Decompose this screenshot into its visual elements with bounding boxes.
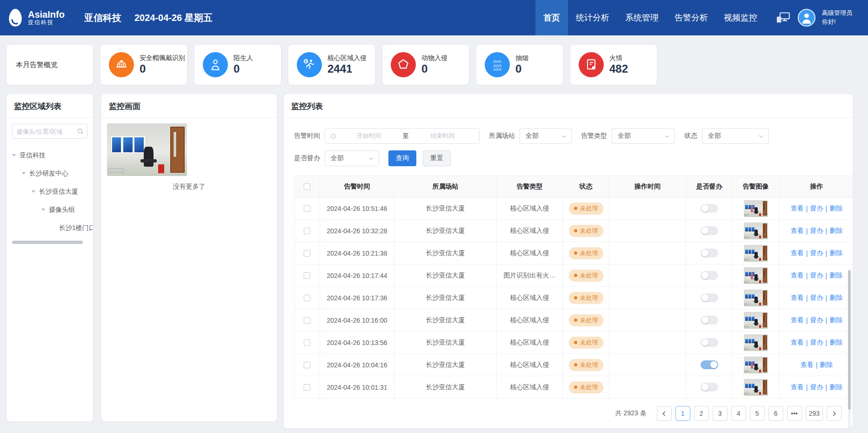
tree-node[interactable]: 长沙亚信大厦 [7, 183, 93, 201]
action-link-查看[interactable]: 查看 [791, 383, 804, 392]
status-badge: 未处理 [569, 314, 603, 326]
alarm-thumbnail-image[interactable] [744, 267, 768, 284]
supervise-toggle[interactable] [701, 293, 718, 302]
row-checkbox[interactable] [304, 272, 310, 279]
supervise-toggle[interactable] [701, 226, 718, 235]
caret-down-icon[interactable] [41, 209, 45, 211]
next-page-button[interactable] [827, 406, 841, 421]
page-button-5[interactable]: 5 [750, 406, 765, 421]
action-link-删除[interactable]: 删除 [829, 204, 842, 213]
alarm-thumbnail-image[interactable] [744, 334, 768, 351]
multi-screen-icon[interactable] [775, 11, 791, 24]
station-select[interactable]: 全部 [520, 128, 572, 144]
horizontal-scrollbar[interactable] [12, 241, 83, 244]
action-link-查看[interactable]: 查看 [791, 227, 804, 235]
action-link-查看[interactable]: 查看 [791, 249, 804, 257]
select-all-checkbox[interactable] [304, 183, 310, 190]
action-link-督办[interactable]: 督办 [810, 383, 823, 392]
supervise-toggle[interactable] [701, 249, 718, 257]
search-icon[interactable] [77, 128, 84, 135]
action-link-删除[interactable]: 删除 [829, 294, 842, 302]
camera-search-input[interactable] [12, 124, 87, 139]
row-checkbox[interactable] [304, 317, 310, 324]
row-checkbox[interactable] [304, 362, 310, 368]
supervise-toggle[interactable] [701, 271, 718, 280]
alarm-thumbnail-image[interactable] [744, 245, 768, 262]
action-link-查看[interactable]: 查看 [791, 338, 804, 347]
caret-down-icon[interactable] [12, 154, 16, 156]
action-link-督办[interactable]: 督办 [810, 316, 823, 325]
row-checkbox[interactable] [304, 205, 310, 212]
station-cell: 长沙亚信大厦 [394, 220, 497, 242]
page-button-3[interactable]: 3 [713, 406, 728, 421]
page-ellipsis[interactable]: ••• [787, 406, 802, 421]
supervise-toggle[interactable] [701, 383, 718, 392]
alarm-thumbnail-image[interactable] [744, 290, 768, 306]
action-link-删除[interactable]: 删除 [829, 227, 842, 235]
alarm-thumbnail-image[interactable] [744, 357, 768, 373]
page-button-6[interactable]: 6 [768, 406, 783, 421]
page-button-4[interactable]: 4 [731, 406, 746, 421]
alarm-thumbnail-image[interactable] [744, 312, 768, 329]
row-checkbox[interactable] [304, 339, 310, 346]
tree-node[interactable]: 摄像头组 [7, 201, 93, 219]
row-checkbox[interactable] [304, 295, 310, 301]
alarm-type-select[interactable]: 全部 [612, 128, 675, 144]
action-link-删除[interactable]: 删除 [829, 271, 842, 280]
nav-item-system-management[interactable]: 系统管理 [617, 0, 667, 35]
caret-down-icon[interactable] [32, 190, 35, 193]
page-button-293[interactable]: 293 [806, 406, 823, 421]
supervise-toggle[interactable] [701, 316, 718, 325]
camera-preview-image[interactable] [107, 123, 187, 176]
tree-node[interactable]: 长沙研发中心 [7, 164, 93, 183]
nav-item-statistics[interactable]: 统计分析 [568, 0, 617, 35]
start-time-placeholder[interactable]: 开始时间 [337, 132, 401, 140]
stat-card: 陌生人0 [194, 45, 281, 85]
row-checkbox[interactable] [304, 228, 310, 234]
nav-item-video-monitor[interactable]: 视频监控 [716, 0, 765, 35]
alarm-type-cell: 核心区域入侵 [497, 287, 563, 309]
action-link-查看[interactable]: 查看 [791, 204, 804, 213]
action-link-删除[interactable]: 删除 [829, 249, 842, 257]
tree-node[interactable]: 长沙1楼门口 [7, 219, 93, 237]
table-row: 2024-04-26 10:04:16长沙亚信大厦核心区域入侵未处理查看|删除 [294, 354, 853, 376]
row-checkbox[interactable] [304, 384, 310, 391]
query-button[interactable]: 查询 [388, 150, 416, 166]
action-link-删除[interactable]: 删除 [820, 361, 833, 369]
tree-node[interactable]: 亚信科技 [7, 146, 93, 164]
alarm-thumbnail-image[interactable] [744, 379, 768, 396]
action-link-督办[interactable]: 督办 [810, 249, 823, 257]
action-link-督办[interactable]: 督办 [810, 204, 823, 213]
action-link-删除[interactable]: 删除 [829, 383, 842, 392]
action-link-督办[interactable]: 督办 [810, 338, 823, 347]
action-link-查看[interactable]: 查看 [791, 316, 804, 325]
end-time-placeholder[interactable]: 结束时间 [411, 132, 475, 140]
vertical-scrollbar[interactable] [848, 270, 851, 428]
action-link-查看[interactable]: 查看 [791, 271, 804, 280]
row-checkbox[interactable] [304, 250, 310, 257]
action-link-查看[interactable]: 查看 [791, 294, 804, 302]
alarm-time-range-input[interactable]: 开始时间 至 结束时间 [325, 128, 480, 144]
action-link-查看[interactable]: 查看 [801, 361, 814, 369]
action-link-督办[interactable]: 督办 [810, 271, 823, 280]
action-link-删除[interactable]: 删除 [829, 316, 842, 325]
action-link-督办[interactable]: 督办 [810, 294, 823, 302]
action-link-删除[interactable]: 删除 [829, 338, 842, 347]
user-avatar-icon[interactable] [798, 9, 815, 27]
supervise-toggle[interactable] [701, 338, 718, 347]
page-button-2[interactable]: 2 [694, 406, 709, 421]
alarm-thumbnail-image[interactable] [744, 200, 768, 217]
reset-button[interactable]: 重置 [423, 150, 451, 166]
alarm-thumbnail-image[interactable] [744, 223, 768, 239]
supervise-toggle[interactable] [701, 360, 718, 369]
nav-item-home[interactable]: 首页 [535, 0, 568, 35]
prev-page-button[interactable] [657, 406, 672, 421]
helmet-icon [109, 52, 134, 77]
supervise-select[interactable]: 全部 [325, 150, 379, 166]
nav-item-alarm-analysis[interactable]: 告警分析 [667, 0, 716, 35]
caret-down-icon[interactable] [22, 172, 26, 175]
action-link-督办[interactable]: 督办 [810, 227, 823, 235]
status-select[interactable]: 全部 [702, 128, 769, 144]
supervise-toggle[interactable] [701, 204, 718, 213]
page-button-1[interactable]: 1 [675, 406, 690, 421]
